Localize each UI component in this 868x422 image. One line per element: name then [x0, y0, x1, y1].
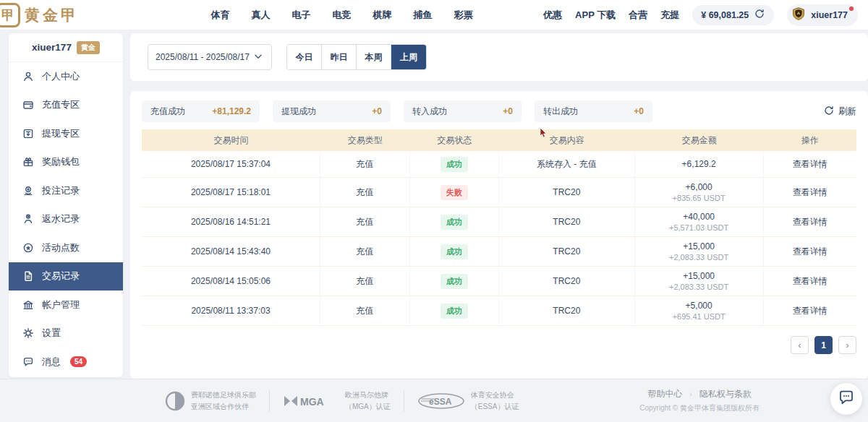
main-nav: 体育真人电子电竞棋牌捕鱼彩票 [140, 9, 543, 22]
balance-display[interactable]: ¥ 69,081.25 [692, 5, 774, 25]
svg-text:eSSA: eSSA [429, 396, 452, 406]
tab-昨日[interactable]: 昨日 [322, 45, 357, 69]
nav-item-捕鱼[interactable]: 捕鱼 [414, 9, 433, 22]
table-row: 2025/08/16 14:51:21 充值 成功 TRC20 +40,000+… [142, 207, 856, 237]
tab-本周[interactable]: 本周 [357, 45, 391, 69]
sidebar-item-帐户管理[interactable]: 帐户管理 [9, 290, 123, 319]
cell-transaction-time: 2025/08/17 15:18:01 [142, 178, 320, 207]
table-row: 2025/08/17 15:18:01 充值 失败 TRC20 +6,000+8… [142, 178, 856, 207]
amount-value: +15,000 [683, 241, 715, 251]
sidebar-item-设置[interactable]: 设置 [9, 319, 123, 348]
transactions-table: 交易时间交易类型交易状态交易内容交易金额操作 2025/08/17 15:37:… [142, 129, 856, 326]
amount-usdt-value: +695.41 USDT [673, 312, 726, 321]
prev-page-button[interactable]: ‹ [791, 336, 809, 354]
sidebar-item-充值专区[interactable]: 充值专区 [9, 91, 123, 120]
view-details-link[interactable]: 查看详情 [793, 305, 827, 317]
sidebar-item-提现专区[interactable]: 提现专区 [9, 119, 123, 148]
avatar-shield-icon [791, 7, 806, 23]
pagination: ‹ 1 › [142, 336, 856, 354]
site-logo[interactable]: 甲 黄金甲 [0, 3, 140, 27]
sidebar-item-交易记录[interactable]: 交易记录 [9, 262, 123, 291]
gear-icon [22, 327, 34, 340]
date-quick-tabs: 今日昨日本周上周 [286, 44, 427, 70]
rebate-icon [22, 213, 34, 225]
cell-transaction-content: TRC20 [499, 178, 635, 207]
nav-item-真人[interactable]: 真人 [252, 9, 271, 22]
header-link-优惠[interactable]: 优惠 [543, 9, 562, 22]
cell-transaction-status: 成功 [410, 237, 500, 266]
cell-transaction-time: 2025/08/11 13:37:03 [142, 296, 320, 325]
sidebar-item-label: 消息 [42, 356, 61, 369]
summary-value: +0 [503, 106, 513, 116]
header-link-充提[interactable]: 充提 [660, 9, 679, 22]
sidebar-item-个人中心[interactable]: 个人中心 [9, 62, 123, 91]
view-details-link[interactable]: 查看详情 [793, 186, 827, 199]
user-menu[interactable]: xiuer177 [787, 4, 858, 26]
sidebar-item-label: 设置 [42, 327, 61, 340]
sidebar-item-投注记录[interactable]: 投注记录 [9, 176, 123, 205]
status-badge: 失败 [441, 185, 468, 200]
footer-link-帮助中心[interactable]: 帮助中心 [647, 388, 682, 400]
sidebar-item-返水记录[interactable]: 返水记录 [9, 205, 123, 234]
bet-record-icon [22, 184, 34, 197]
date-range-picker[interactable]: 2025/08/11 - 2025/08/17 [148, 44, 272, 70]
sidebar-item-label: 帐户管理 [42, 298, 80, 311]
view-details-link[interactable]: 查看详情 [793, 216, 827, 228]
sidebar-item-label: 交易记录 [42, 270, 80, 283]
nav-item-电竞[interactable]: 电竞 [333, 9, 352, 22]
cell-transaction-amount: +40,000+5,571.03 USDT [635, 207, 764, 236]
cell-transaction-time: 2025/08/14 15:43:40 [142, 237, 320, 266]
amount-usdt-value: +5,571.03 USDT [669, 223, 728, 232]
nav-item-彩票[interactable]: 彩票 [454, 9, 473, 22]
logo-text: 黄金甲 [25, 5, 79, 25]
top-header: 甲 黄金甲 体育真人电子电竞棋牌捕鱼彩票 优惠APP 下载合营充提 ¥ 69,0… [0, 0, 868, 30]
sidebar-item-奖励钱包[interactable]: 奖励钱包 [9, 148, 123, 177]
column-header-交易时间: 交易时间 [142, 134, 320, 147]
mga-logo: MGA [283, 393, 339, 409]
cell-transaction-amount: +6,129.2 [635, 151, 764, 177]
nav-item-体育[interactable]: 体育 [211, 9, 230, 22]
chat-bubble-icon [838, 389, 855, 409]
cell-transaction-type: 充值 [320, 151, 410, 177]
footer-links-block: 帮助中心›隐私权与条款 Copyright © 黄金甲体育集团版权所有 [639, 388, 760, 413]
logo-icon: 甲 [0, 3, 20, 27]
tab-上周[interactable]: 上周 [391, 45, 426, 69]
refresh-balance-icon[interactable] [754, 8, 765, 22]
page-1-button[interactable]: 1 [814, 336, 833, 354]
sidebar-item-label: 充值专区 [42, 98, 80, 111]
table-row: 2025/08/14 15:05:06 充值 成功 TRC20 +15,000+… [142, 267, 856, 296]
view-details-link[interactable]: 查看详情 [793, 246, 827, 258]
nav-item-电子[interactable]: 电子 [292, 9, 311, 22]
summary-充值成功: 充值成功+81,129.2 [142, 100, 260, 122]
view-details-link[interactable]: 查看详情 [793, 158, 827, 171]
refresh-button[interactable]: 刷新 [823, 105, 856, 119]
column-header-交易内容: 交易内容 [499, 134, 635, 147]
cell-transaction-content: TRC20 [499, 237, 635, 266]
svg-text:MGA: MGA [300, 395, 324, 407]
partner-text: 费耶诺德足球俱乐部亚洲区域合作伙伴 [191, 389, 256, 412]
partner-体育安全协会: eSSA体育安全协会（ESSA）认证 [404, 389, 532, 412]
amount-usdt-value: +2,083.33 USDT [669, 253, 728, 262]
tab-今日[interactable]: 今日 [287, 45, 322, 69]
live-chat-button[interactable] [830, 383, 862, 415]
cell-transaction-status: 成功 [410, 296, 500, 325]
partner-text: 体育安全协会（ESSA）认证 [471, 389, 519, 412]
summary-提现成功: 提现成功+0 [273, 100, 391, 122]
header-link-合营[interactable]: 合营 [629, 9, 647, 22]
copyright-text: Copyright © 黄金甲体育集团版权所有 [639, 403, 760, 413]
view-details-link[interactable]: 查看详情 [793, 275, 827, 288]
status-badge: 成功 [441, 244, 468, 259]
filter-bar: 2025/08/11 - 2025/08/17 今日昨日本周上周 [130, 33, 868, 81]
next-page-button[interactable]: › [838, 336, 856, 354]
footer-link-隐私权与条款[interactable]: 隐私权与条款 [699, 388, 752, 400]
amount-value: +40,000 [683, 212, 715, 222]
sidebar-item-活动点数[interactable]: 活动点数 [9, 233, 123, 262]
gift-icon [22, 156, 34, 168]
sidebar-item-消息[interactable]: 消息54 [9, 348, 123, 376]
amount-value: +6,000 [686, 182, 712, 192]
nav-item-棋牌[interactable]: 棋牌 [373, 9, 392, 22]
header-link-APP 下载[interactable]: APP 下载 [575, 9, 616, 22]
deposit-icon [22, 99, 34, 111]
refresh-icon [823, 105, 835, 119]
cell-transaction-content: TRC20 [499, 267, 635, 296]
